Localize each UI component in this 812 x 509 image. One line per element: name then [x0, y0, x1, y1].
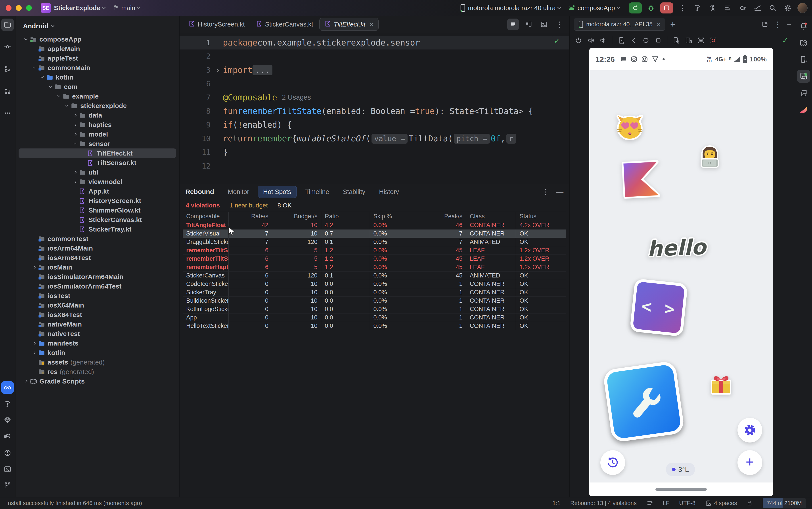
editor-tab-stickercanvas-kt[interactable]: StickerCanvas.kt: [251, 18, 318, 31]
cat-emoji-sticker[interactable]: [616, 114, 644, 142]
tree-item-res[interactable]: res(generated): [19, 367, 176, 376]
project-selector[interactable]: StickerExplode: [54, 4, 105, 12]
editor-more-button[interactable]: ⋮: [554, 19, 565, 30]
build-tool-button[interactable]: [1, 398, 14, 410]
stop-button[interactable]: [660, 2, 673, 13]
project-view-selector[interactable]: Android: [15, 21, 179, 31]
chevron-icon[interactable]: [71, 143, 79, 144]
tree-item-iosarm64main[interactable]: iosArm64Main: [19, 243, 176, 253]
split-editor-button[interactable]: [523, 19, 534, 30]
version-control-tool-button[interactable]: [1, 479, 14, 492]
hotspot-row-rememberhapti-[interactable]: rememberHapti...651.20.0%45LEAF1.2x OVER: [183, 263, 566, 271]
hotspot-row-tiltanglefloat[interactable]: TiltAngleFloat42104.20.0%46CONTAINER4.2x…: [183, 221, 566, 229]
chevron-icon[interactable]: [38, 77, 46, 78]
gemini-chat-button[interactable]: [797, 87, 810, 99]
tree-item-iostest[interactable]: iosTest: [19, 291, 176, 300]
chevron-icon[interactable]: [22, 39, 30, 40]
tree-item-nativemain[interactable]: nativeMain: [19, 319, 176, 329]
add-sticker-fab[interactable]: +: [738, 450, 762, 475]
rebound-minimize-button[interactable]: —: [556, 188, 563, 196]
tree-item-composeapp[interactable]: composeApp: [19, 34, 176, 44]
device-power-button[interactable]: [573, 35, 584, 46]
indent-settings-icon[interactable]: [646, 500, 653, 507]
column-header-status[interactable]: Status: [516, 212, 566, 221]
device-selector[interactable]: motorola motorola razr 40 ultra: [460, 3, 560, 12]
device-volume-up-button[interactable]: [586, 35, 596, 46]
commit-tool-button[interactable]: [1, 41, 14, 53]
code-line[interactable]: 3›import ...: [180, 63, 569, 77]
debug-button[interactable]: [645, 2, 657, 14]
rebound-status[interactable]: Rebound: 13 | 4 violations: [570, 500, 637, 507]
screen-record-button[interactable]: [708, 35, 719, 46]
caret-position[interactable]: 1:1: [553, 500, 561, 507]
logcat-button[interactable]: [721, 2, 734, 14]
hotspot-row-app[interactable]: App0100.00.0%1CONTAINEROK: [183, 313, 566, 322]
device-volume-down-button[interactable]: [598, 35, 608, 46]
tree-item-model[interactable]: model: [19, 130, 176, 139]
column-header-class[interactable]: Class: [466, 212, 516, 221]
tree-item-iosarm64test[interactable]: iosArm64Test: [19, 253, 176, 263]
device-back-button[interactable]: [628, 35, 639, 46]
code-icon-sticker[interactable]: < >: [630, 278, 688, 337]
chevron-icon[interactable]: [30, 352, 38, 354]
tree-item-tiltsensor-kt[interactable]: TiltSensor.kt: [19, 158, 176, 167]
tree-item-haptics[interactable]: haptics: [19, 120, 176, 130]
chevron-icon[interactable]: [30, 342, 38, 344]
open-in-window-icon[interactable]: [761, 21, 768, 28]
editor-tab-tilteffect-kt[interactable]: TiltEffect.kt×: [319, 18, 379, 31]
device-panel-more-button[interactable]: ⋮: [774, 22, 781, 27]
rebound-tab-stability[interactable]: Stability: [338, 186, 371, 198]
gradle-button[interactable]: [797, 36, 810, 49]
tree-item-stickertray-kt[interactable]: StickerTray.kt: [19, 225, 176, 234]
line-separator[interactable]: LF: [663, 500, 669, 507]
hotspot-row-stickercanvas[interactable]: StickerCanvas61200.10.0%45ANIMATEDOK: [183, 271, 566, 280]
tree-item-kotlin[interactable]: kotlin: [19, 72, 176, 82]
device-home-button[interactable]: [641, 35, 651, 46]
device-tab[interactable]: motorola razr 40...API 35 ×: [573, 18, 665, 31]
device-manager-button[interactable]: [797, 53, 810, 66]
tree-item-data[interactable]: data: [19, 110, 176, 120]
tree-item-kotlin[interactable]: kotlin: [19, 348, 176, 358]
chevron-icon[interactable]: [55, 96, 62, 97]
tree-item-iosmain[interactable]: iosMain: [19, 263, 176, 272]
close-window-button[interactable]: [6, 5, 11, 11]
branch-selector[interactable]: main: [113, 4, 140, 12]
minimize-window-button[interactable]: [16, 5, 22, 11]
sync-button[interactable]: [737, 2, 749, 14]
tree-item-iossimulatorarm64main[interactable]: iosSimulatorArm64Main: [19, 272, 176, 281]
tree-item-sensor[interactable]: sensor: [19, 139, 176, 148]
gift-emoji-sticker[interactable]: [709, 371, 733, 397]
hotspot-row-stickervisual[interactable]: StickerVisual7100.70.0%7CONTAINEROK: [183, 229, 566, 238]
profiler-button[interactable]: [706, 2, 719, 14]
code-line[interactable]: 1package com.example.stickerexplode.sens…: [180, 36, 569, 49]
rebound-tab-history[interactable]: History: [374, 186, 404, 198]
tree-item-nativetest[interactable]: nativeTest: [19, 329, 176, 338]
hotspot-row-codeiconsticker[interactable]: CodeIconSticker0100.00.0%1CONTAINEROK: [183, 280, 566, 288]
fold-chevron-icon[interactable]: ›: [213, 66, 223, 74]
tree-item-app-kt[interactable]: App.kt: [19, 186, 176, 196]
run-configuration-selector[interactable]: composeApp: [568, 4, 620, 12]
rebound-tool-button[interactable]: [1, 381, 14, 394]
code-line[interactable]: 8fun rememberTiltState(enabled: Boolean …: [180, 104, 569, 118]
vcs-tool-button[interactable]: [1, 85, 14, 97]
hotspot-row-remembertiltst-[interactable]: rememberTiltSt...651.20.0%45LEAF1.2x OVE…: [183, 246, 566, 254]
run-more-button[interactable]: ⋮: [676, 2, 689, 14]
code-line[interactable]: 11 }: [180, 145, 569, 159]
build-icon-sticker[interactable]: [602, 361, 685, 443]
code-line[interactable]: 12: [180, 159, 569, 173]
hotspot-row-remembertiltse-[interactable]: rememberTiltSe...651.20.0%45LEAF1.2x OVE…: [183, 254, 566, 263]
coverage-button[interactable]: [751, 2, 764, 14]
rebound-tab-timeline[interactable]: Timeline: [300, 186, 335, 198]
chevron-icon[interactable]: [22, 380, 30, 382]
problems-tool-button[interactable]: [1, 447, 14, 459]
column-header-composable[interactable]: Composable: [183, 212, 229, 221]
column-header-peaks[interactable]: Peak/s: [418, 212, 466, 221]
gradient-swoosh-button[interactable]: [797, 103, 810, 116]
code-line[interactable]: 2: [180, 49, 569, 63]
gradle-cat-tool-button[interactable]: [1, 430, 14, 443]
column-header-ratio[interactable]: Ratio: [321, 212, 370, 221]
more-tools-button[interactable]: [1, 107, 14, 119]
tree-item-shimmerglow-kt[interactable]: ShimmerGlow.kt: [19, 205, 176, 215]
device-rotate-button[interactable]: [616, 35, 626, 46]
add-device-tab-button[interactable]: +: [670, 20, 675, 29]
